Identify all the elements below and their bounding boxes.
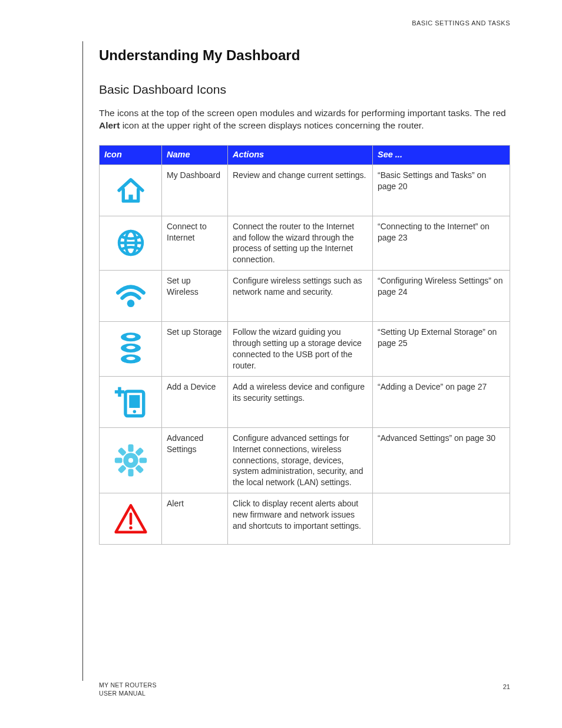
cell-name: Set up Storage [162,322,228,377]
main-content: Understanding My Dashboard Basic Dashboa… [99,46,510,545]
header-section-label: BASIC SETTINGS AND TASKS [412,19,510,28]
svg-point-4 [127,300,134,308]
cell-see: “Adding a Device” on page 27 [373,376,510,427]
svg-rect-20 [139,457,147,463]
table-row: Set up Wireless Configure wireless setti… [100,271,510,322]
table-header-row: Icon Name Actions See ... [100,146,510,165]
svg-rect-19 [114,457,122,463]
intro-paragraph: The icons at the top of the screen open … [99,107,510,132]
section-title: Basic Dashboard Icons [99,81,510,98]
svg-rect-24 [135,465,144,473]
cell-see: “Basic Settings and Tasks” on page 20 [373,164,510,216]
table-row: Add a Device Add a wireless device and c… [100,376,510,427]
cell-see [373,493,510,545]
intro-text-post: icon at the upper right of the screen di… [120,120,424,130]
footer-line-1: MY NET ROUTERS [99,681,157,689]
footer-doc-title: MY NET ROUTERS USER MANUAL [99,681,157,697]
gear-icon [100,427,162,493]
table-row: My Dashboard Review and change current s… [100,164,510,216]
table-row: Connect to Internet Connect the router t… [100,216,510,271]
wifi-icon [100,271,162,322]
svg-point-28 [129,526,132,529]
svg-rect-12 [114,390,124,393]
cell-name: Connect to Internet [162,216,228,271]
svg-rect-17 [128,444,133,452]
table-row: Set up Storage Follow the wizard guiding… [100,322,510,377]
cell-see: “Advanced Settings” on page 30 [373,427,510,493]
svg-rect-23 [117,447,126,456]
cell-name: Set up Wireless [162,271,228,322]
table-row: Advanced Settings Configure advanced set… [100,427,510,493]
svg-rect-14 [129,395,140,408]
svg-point-8 [126,335,135,338]
cell-actions: Add a wireless device and configure its … [228,376,373,427]
col-icon: Icon [100,146,162,165]
footer-line-2: USER MANUAL [99,690,146,697]
cell-see: “Configuring Wireless Settings” on page … [373,271,510,322]
cell-name: Alert [162,493,228,545]
cell-actions: Connect the router to the Internet and f… [228,216,373,271]
globe-icon [100,216,162,271]
cell-actions: Configure wireless settings such as netw… [228,271,373,322]
cell-see: “Setting Up External Storage” on page 25 [373,322,510,377]
cell-actions: Click to display recent alerts about new… [228,493,373,545]
cell-name: My Dashboard [162,164,228,216]
cell-actions: Review and change current settings. [228,164,373,216]
icon-table: Icon Name Actions See ... My [99,145,510,545]
svg-rect-22 [117,465,126,473]
page-title: Understanding My Dashboard [99,46,510,65]
svg-rect-21 [135,447,144,456]
add-device-icon [100,376,162,427]
cell-actions: Follow the wizard guiding you through se… [228,322,373,377]
svg-point-10 [126,357,135,360]
dashboard-home-icon [100,164,162,216]
col-name: Name [162,146,228,165]
cell-see: “Connecting to the Internet” on page 23 [373,216,510,271]
col-see: See ... [373,146,510,165]
cell-name: Add a Device [162,376,228,427]
cell-actions: Configure advanced settings for Internet… [228,427,373,493]
svg-rect-0 [128,195,133,201]
svg-rect-18 [128,469,133,476]
table-row: Alert Click to display recent alerts abo… [100,493,510,545]
svg-point-15 [133,410,135,413]
storage-disks-icon [100,322,162,377]
cell-name: Advanced Settings [162,427,228,493]
page-number: 21 [503,683,510,691]
margin-rule [82,41,83,681]
alert-icon [100,493,162,545]
col-actions: Actions [228,146,373,165]
svg-point-9 [126,346,135,350]
intro-text-bold: Alert [99,120,120,130]
intro-text-pre: The icons at the top of the screen open … [99,108,506,118]
